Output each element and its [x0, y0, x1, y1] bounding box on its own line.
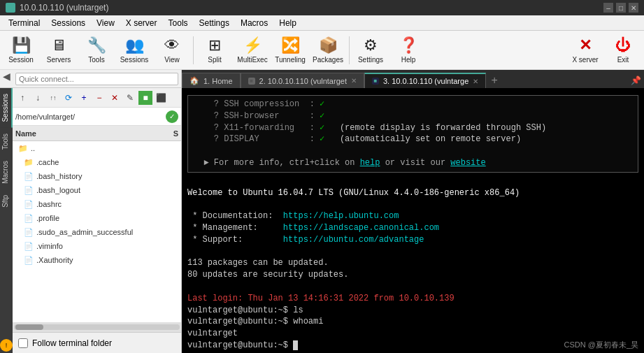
- term-lastlogin: Last login: Thu Jan 13 14:16:31 2022 fro…: [187, 293, 638, 305]
- menu-xserver[interactable]: X server: [120, 17, 163, 29]
- menu-view[interactable]: View: [91, 17, 120, 29]
- term-cmd-ls: vulntarget@ubuntu:~$ ls: [187, 305, 638, 317]
- settings-icon: ⚙: [364, 36, 378, 55]
- toolbar-tools-button[interactable]: 🔧 Tools: [78, 33, 115, 68]
- file-item-bash-history[interactable]: 📄 .bash_history: [13, 169, 181, 183]
- path-input[interactable]: [15, 113, 163, 121]
- term-line: ? DISPLAY : ✓ (automatically set on remo…: [194, 134, 632, 145]
- app-icon: [6, 3, 15, 13]
- packages-icon: 📦: [319, 36, 338, 55]
- file-item-sudo[interactable]: 📄 .sudo_as_admin_successful: [13, 225, 181, 239]
- file-item-profile[interactable]: 📄 .profile: [13, 211, 181, 225]
- file-icon: 📄: [24, 186, 34, 195]
- path-bar: ✓: [13, 108, 181, 126]
- quick-connect-input[interactable]: [15, 73, 178, 85]
- terminal-panel: ? SSH compression : ✓ ? SSH-browser : ✓ …: [182, 88, 644, 353]
- help-link[interactable]: help: [360, 158, 380, 168]
- file-item-xauthority[interactable]: 📄 .Xauthority: [13, 253, 181, 267]
- toolbar-session-label: Session: [8, 56, 34, 64]
- toolbar-view-button[interactable]: 👁 View: [154, 33, 190, 68]
- toolbar-sessions-label: Sessions: [120, 56, 149, 64]
- terminal-body[interactable]: ? SSH compression : ✓ ? SSH-browser : ✓ …: [182, 88, 644, 353]
- tab-pin-button[interactable]: 📌: [627, 73, 644, 88]
- horizontal-scrollbar[interactable]: [13, 322, 181, 332]
- fb-edit-button[interactable]: ✎: [123, 91, 137, 105]
- file-icon: 📄: [24, 256, 34, 265]
- tab2-close[interactable]: ✕: [351, 77, 357, 85]
- tab-home[interactable]: 🏠 1. Home: [182, 73, 241, 88]
- fb-up-button[interactable]: ↑: [15, 91, 29, 105]
- file-name: .bash_logout: [36, 186, 80, 194]
- side-tab-tools[interactable]: Tools: [0, 128, 13, 155]
- file-item-cache[interactable]: 📁 .cache: [13, 155, 181, 169]
- toolbar-sessions-button[interactable]: 👥 Sessions: [116, 33, 152, 68]
- window-title: 10.0.10.110 (vulntarget): [20, 3, 108, 13]
- close-button[interactable]: ✕: [629, 3, 638, 13]
- toolbar-session-button[interactable]: 💾 Session: [3, 33, 39, 68]
- file-name: .profile: [36, 214, 59, 222]
- file-item-bash-logout[interactable]: 📄 .bash_logout: [13, 183, 181, 197]
- file-item-bashrc[interactable]: 📄 .bashrc: [13, 197, 181, 211]
- side-tab-sftp[interactable]: Sftp: [0, 189, 13, 213]
- website-link[interactable]: website: [450, 158, 485, 168]
- help-icon: ❓: [399, 36, 418, 55]
- menu-sessions[interactable]: Sessions: [45, 17, 91, 29]
- tab-3[interactable]: ■ 3. 10.0.10.110 (vulntarge ✕: [364, 73, 486, 88]
- term-line: ? X11-forwarding : ✓ (remote display is …: [194, 122, 632, 134]
- side-tab-macros[interactable]: Macros: [0, 155, 13, 189]
- file-name: .cache: [36, 158, 59, 166]
- term-packages: 113 packages can be updated.: [187, 257, 638, 269]
- toolbar-settings-label: Settings: [358, 56, 383, 64]
- menu-tools[interactable]: Tools: [163, 17, 194, 29]
- menu-help[interactable]: Help: [273, 17, 302, 29]
- toolbar-help-button[interactable]: ❓ Help: [390, 33, 427, 68]
- scrollbar-thumb[interactable]: [15, 324, 43, 330]
- file-item-viminfo[interactable]: 📄 .viminfo: [13, 239, 181, 253]
- toolbar-multiexec-label: MultiExec: [237, 56, 267, 64]
- fb-delete-button[interactable]: −: [92, 91, 106, 105]
- toolbar-packages-button[interactable]: 📦 Packages: [310, 33, 346, 68]
- term-whoami-result: vulntarget: [187, 328, 638, 340]
- tab-2[interactable]: ■ 2. 10.0.10.110 (vulntarget ✕: [241, 73, 364, 88]
- term-prompt-line: vulntarget@ubuntu:~$: [187, 340, 638, 352]
- toolbar-split-button[interactable]: ⊞ Split: [196, 33, 233, 68]
- split-icon: ⊞: [208, 36, 221, 55]
- term-line: [187, 246, 638, 258]
- side-tab-sessions[interactable]: Sessions: [0, 88, 13, 128]
- toolbar-settings-button[interactable]: ⚙ Settings: [352, 33, 389, 68]
- file-item-dotdot[interactable]: 📁 ..: [13, 141, 181, 155]
- minimize-button[interactable]: –: [603, 3, 613, 13]
- tab-bar: 🏠 1. Home ■ 2. 10.0.10.110 (vulntarget ✕…: [182, 70, 644, 88]
- toolbar-exit-button[interactable]: ⏻ Exit: [605, 33, 641, 68]
- tab3-label: 3. 10.0.10.110 (vulntarge: [383, 77, 468, 85]
- fb-top-button[interactable]: ↑↑: [46, 91, 60, 105]
- follow-terminal-checkbox[interactable]: [18, 338, 28, 348]
- title-bar: 10.0.10.110 (vulntarget) – □ ✕: [0, 0, 644, 15]
- col-size: S: [173, 129, 178, 138]
- indicator-dot: !: [0, 339, 13, 352]
- maximize-button[interactable]: □: [616, 3, 626, 13]
- fb-extra-button[interactable]: ⬛: [154, 91, 168, 105]
- tab3-close[interactable]: ✕: [473, 78, 478, 85]
- toolbar-view-label: View: [164, 56, 180, 64]
- toolbar-xserver-button[interactable]: ✕ X server: [567, 33, 603, 68]
- toolbar-tunneling-button[interactable]: 🔀 Tunneling: [272, 33, 308, 68]
- file-browser-panel: ↑ ↓ ↑↑ ⟳ + − ✕ ✎ ■ ⬛ ✓ Name S: [13, 88, 182, 353]
- toolbar-multiexec-button[interactable]: ⚡ MultiExec: [234, 33, 271, 68]
- fb-refresh-button[interactable]: ⟳: [62, 91, 76, 105]
- fb-view-button[interactable]: ■: [138, 91, 152, 105]
- fb-new-button[interactable]: +: [77, 91, 91, 105]
- menu-macros[interactable]: Macros: [235, 17, 273, 29]
- tab-add-button[interactable]: +: [486, 73, 503, 88]
- menu-settings[interactable]: Settings: [194, 17, 235, 29]
- toolbar-servers-button[interactable]: 🖥 Servers: [41, 33, 77, 68]
- path-go-button[interactable]: ✓: [166, 110, 178, 123]
- toolbar-packages-label: Packages: [313, 56, 343, 64]
- term-link-line: ► For more info, ctrl+click on help or v…: [194, 157, 632, 169]
- toolbar-help-label: Help: [401, 56, 416, 64]
- fb-cancel-button[interactable]: ✕: [108, 91, 122, 105]
- fb-down-button[interactable]: ↓: [31, 91, 45, 105]
- expand-button[interactable]: ◀: [0, 70, 13, 82]
- menu-terminal[interactable]: Terminal: [3, 17, 45, 29]
- side-tabs: Sessions Tools Macros Sftp !: [0, 88, 13, 353]
